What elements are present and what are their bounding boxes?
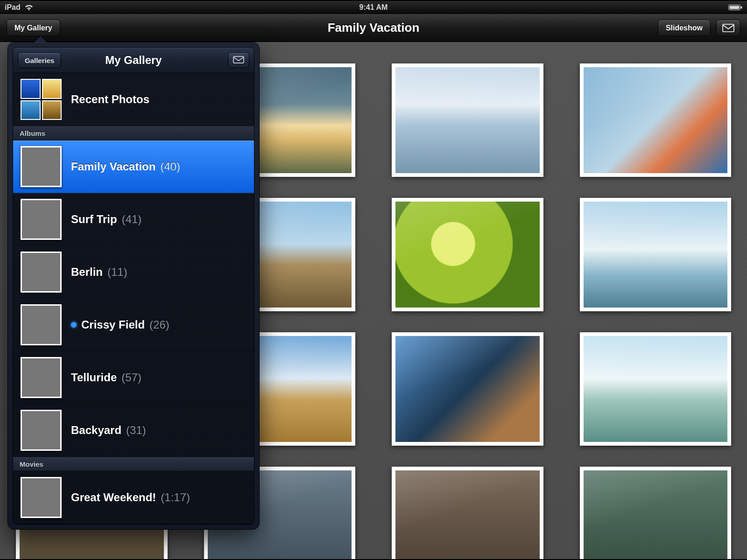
album-row-surf-trip[interactable]: Surf Trip (41) <box>13 193 254 246</box>
popover-header: Galleries My Gallery <box>13 47 254 73</box>
section-albums: Albums <box>13 126 254 140</box>
photo-thumb[interactable] <box>392 198 543 311</box>
mosaic-icon <box>21 79 62 120</box>
slideshow-button[interactable]: Slideshow <box>658 20 711 36</box>
status-bar: iPad 9:41 AM <box>0 1 747 14</box>
battery-icon <box>728 4 742 11</box>
album-row-family-vacation[interactable]: Family Vacation (40) <box>13 140 254 193</box>
row-label: Telluride <box>71 371 117 384</box>
gallery-popover: Galleries My Gallery Recent Photos Album… <box>7 42 260 530</box>
album-thumb <box>21 410 62 451</box>
movie-row-great-weekend[interactable]: Great Weekend! (1:17) <box>13 471 254 524</box>
mail-icon <box>722 24 734 32</box>
row-count: (41) <box>122 213 142 226</box>
unread-dot-icon <box>71 322 77 328</box>
device-frame: iPad 9:41 AM My Gallery Family Vacation … <box>0 1 747 559</box>
row-count: (57) <box>121 371 141 384</box>
movie-thumb <box>21 477 62 518</box>
album-row-backyard[interactable]: Backyard (31) <box>13 404 254 457</box>
popover-body: Recent Photos Albums Family Vacation (40… <box>13 73 254 525</box>
row-label: Crissy Field <box>81 318 145 331</box>
popover-mail-button[interactable] <box>228 52 249 68</box>
device-label: iPad <box>5 3 21 12</box>
album-thumb <box>21 146 62 187</box>
album-row-berlin[interactable]: Berlin (11) <box>13 246 254 299</box>
album-row-telluride[interactable]: Telluride (57) <box>13 351 254 404</box>
recent-photos-row[interactable]: Recent Photos <box>13 73 254 126</box>
row-label: Family Vacation <box>71 160 155 173</box>
popover-back-button[interactable]: Galleries <box>18 52 61 68</box>
photo-thumb[interactable] <box>392 332 543 446</box>
svg-rect-1 <box>730 6 740 9</box>
photo-thumb[interactable] <box>392 467 543 559</box>
page-title: Family Vacation <box>0 21 747 35</box>
clock: 9:41 AM <box>0 3 747 12</box>
row-count: (31) <box>126 424 146 437</box>
row-count: (11) <box>107 266 127 279</box>
album-thumb <box>21 304 62 345</box>
row-count: (26) <box>149 318 169 331</box>
mail-icon <box>233 56 244 65</box>
album-thumb <box>21 357 62 398</box>
row-count: (40) <box>160 160 180 173</box>
album-thumb <box>21 199 62 240</box>
photo-thumb[interactable] <box>580 198 732 311</box>
photo-thumb[interactable] <box>580 467 732 559</box>
album-row-crissy-field[interactable]: Crissy Field (26) <box>13 299 254 351</box>
photo-thumb[interactable] <box>392 63 543 177</box>
back-button[interactable]: My Gallery <box>7 20 60 36</box>
section-movies: Movies <box>13 457 254 471</box>
wifi-icon <box>24 4 34 11</box>
album-thumb <box>21 252 62 293</box>
photo-thumb[interactable] <box>580 63 732 177</box>
svg-rect-4 <box>233 56 244 63</box>
row-label: Surf Trip <box>71 213 117 226</box>
photo-thumb[interactable] <box>580 332 732 446</box>
row-label: Berlin <box>71 266 103 279</box>
svg-rect-3 <box>723 24 734 32</box>
share-mail-button[interactable] <box>716 20 740 36</box>
row-label: Recent Photos <box>71 93 149 106</box>
row-label: Backyard <box>71 424 121 437</box>
row-label: Great Weekend! <box>71 491 156 504</box>
svg-rect-2 <box>741 6 742 8</box>
row-duration: (1:17) <box>161 491 190 504</box>
nav-bar: My Gallery Family Vacation Slideshow <box>0 14 747 42</box>
